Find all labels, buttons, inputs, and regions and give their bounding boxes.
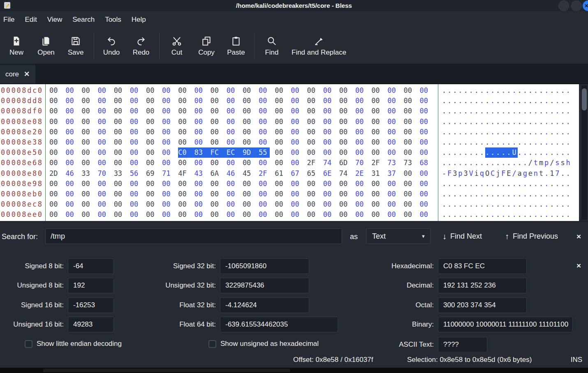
ascii-char[interactable]: . bbox=[550, 199, 555, 210]
hex-byte[interactable]: 00 bbox=[162, 96, 178, 106]
hex-byte[interactable]: 00 bbox=[130, 147, 146, 158]
ascii-char[interactable]: . bbox=[480, 147, 485, 158]
hex-byte[interactable]: 00 bbox=[97, 210, 113, 220]
ascii-char[interactable]: . bbox=[523, 147, 528, 158]
ascii-char[interactable]: . bbox=[458, 137, 463, 147]
ascii-char[interactable]: . bbox=[469, 137, 475, 147]
hex-byte[interactable]: 00 bbox=[162, 179, 178, 189]
hex-byte[interactable]: 00 bbox=[162, 117, 178, 127]
ascii-char[interactable]: . bbox=[480, 189, 485, 199]
ascii-char[interactable]: . bbox=[523, 210, 528, 220]
ascii-char[interactable]: e bbox=[528, 168, 534, 179]
ascii-cells[interactable]: ........................ bbox=[442, 210, 572, 220]
ascii-char[interactable]: p bbox=[544, 158, 550, 168]
hex-byte[interactable]: 00 bbox=[227, 210, 243, 220]
toolbar-button-paste[interactable]: Paste bbox=[223, 34, 249, 58]
hex-byte[interactable]: 00 bbox=[339, 137, 355, 147]
hex-byte[interactable]: 00 bbox=[194, 127, 210, 137]
ascii-char[interactable]: . bbox=[475, 117, 480, 127]
ascii-char[interactable]: . bbox=[560, 137, 566, 147]
hex-byte[interactable]: 00 bbox=[162, 137, 178, 147]
hex-byte[interactable]: 00 bbox=[259, 117, 275, 127]
ascii-char[interactable]: . bbox=[453, 147, 458, 158]
ascii-char[interactable]: . bbox=[442, 199, 447, 210]
hex-byte[interactable]: 43 bbox=[194, 168, 210, 179]
hex-byte[interactable]: 00 bbox=[130, 96, 146, 106]
hex-byte[interactable]: EC bbox=[227, 147, 243, 158]
hex-byte[interactable]: 00 bbox=[243, 117, 259, 127]
hex-byte[interactable]: 00 bbox=[275, 179, 291, 189]
ascii-char[interactable]: . bbox=[539, 179, 544, 189]
toolbar-button-redo[interactable]: Redo bbox=[128, 34, 154, 58]
hex-byte[interactable]: 00 bbox=[162, 189, 178, 199]
hex-byte[interactable]: 00 bbox=[81, 147, 97, 158]
ascii-char[interactable]: . bbox=[463, 158, 469, 168]
hex-byte[interactable]: 00 bbox=[65, 179, 81, 189]
ascii-char[interactable]: . bbox=[458, 106, 463, 116]
hex-byte-cells[interactable]: 0000000000000000000000000000000000000000… bbox=[49, 85, 436, 96]
hex-byte[interactable]: 00 bbox=[275, 147, 291, 158]
hex-byte[interactable]: 00 bbox=[275, 127, 291, 137]
hex-byte[interactable]: 00 bbox=[227, 106, 243, 116]
ascii-char[interactable]: . bbox=[469, 189, 475, 199]
ascii-char[interactable]: . bbox=[463, 179, 469, 189]
ascii-char[interactable]: . bbox=[442, 210, 447, 220]
ascii-char[interactable]: . bbox=[539, 96, 544, 106]
ascii-char[interactable]: . bbox=[458, 199, 463, 210]
ascii-char[interactable]: . bbox=[560, 96, 566, 106]
hex-byte[interactable]: 00 bbox=[275, 85, 291, 96]
hex-byte[interactable]: 00 bbox=[194, 96, 210, 106]
hex-byte[interactable]: 00 bbox=[146, 127, 162, 137]
ascii-char[interactable]: . bbox=[544, 85, 550, 96]
hex-byte[interactable]: 00 bbox=[97, 189, 113, 199]
hex-byte[interactable]: 00 bbox=[49, 117, 65, 127]
ascii-char[interactable]: . bbox=[442, 158, 447, 168]
ascii-char[interactable]: . bbox=[469, 199, 475, 210]
ascii-char[interactable]: . bbox=[523, 179, 528, 189]
hex-byte[interactable]: 00 bbox=[81, 106, 97, 116]
ascii-char[interactable]: s bbox=[555, 158, 560, 168]
ascii-char[interactable]: . bbox=[507, 199, 512, 210]
hex-byte[interactable]: 00 bbox=[291, 85, 307, 96]
hex-byte[interactable]: 9D bbox=[243, 147, 259, 158]
hex-byte[interactable]: 00 bbox=[403, 147, 419, 158]
ascii-char[interactable]: . bbox=[523, 137, 528, 147]
ascii-char[interactable]: . bbox=[475, 147, 480, 158]
hex-byte[interactable]: 00 bbox=[403, 179, 419, 189]
hex-byte[interactable]: 00 bbox=[259, 210, 275, 220]
maximize-button[interactable] bbox=[571, 0, 582, 11]
ascii-char[interactable]: . bbox=[463, 117, 469, 127]
hex-byte[interactable]: 00 bbox=[178, 199, 194, 210]
ascii-char[interactable]: . bbox=[518, 189, 523, 199]
hex-byte-cells[interactable]: 0000000000000000000000000000000000000000… bbox=[49, 127, 436, 137]
ascii-char[interactable]: . bbox=[518, 85, 523, 96]
hex-byte[interactable]: 00 bbox=[178, 137, 194, 147]
hex-byte[interactable]: 37 bbox=[387, 168, 403, 179]
ascii-char[interactable]: . bbox=[550, 96, 555, 106]
hex-byte[interactable]: 00 bbox=[81, 158, 97, 168]
ascii-char[interactable]: . bbox=[442, 96, 447, 106]
hex-byte[interactable]: 00 bbox=[275, 189, 291, 199]
ascii-char[interactable]: . bbox=[550, 127, 555, 137]
ascii-char[interactable]: . bbox=[458, 147, 463, 158]
ascii-char[interactable]: . bbox=[550, 189, 555, 199]
hex-byte[interactable]: 00 bbox=[130, 106, 146, 116]
hex-byte[interactable]: 00 bbox=[114, 179, 130, 189]
hex-byte[interactable]: 00 bbox=[49, 147, 65, 158]
ascii-char[interactable]: h bbox=[566, 158, 572, 168]
hex-byte[interactable]: 00 bbox=[323, 189, 339, 199]
unsigned-hex-checkbox[interactable] bbox=[208, 340, 216, 348]
hex-byte[interactable]: 74 bbox=[323, 158, 339, 168]
ascii-char[interactable]: . bbox=[528, 117, 534, 127]
hex-byte[interactable]: 00 bbox=[259, 137, 275, 147]
ascii-cells[interactable]: ........................ bbox=[442, 199, 572, 210]
hex-byte[interactable]: 00 bbox=[194, 106, 210, 116]
ascii-char[interactable]: . bbox=[555, 179, 560, 189]
hex-byte[interactable]: 00 bbox=[49, 158, 65, 168]
ascii-char[interactable]: . bbox=[453, 117, 458, 127]
ascii-char[interactable]: E bbox=[507, 168, 512, 179]
menu-item-search[interactable]: Search bbox=[72, 14, 100, 25]
conversion-field-float-32-bit[interactable]: -4.124624 bbox=[220, 297, 309, 313]
ascii-char[interactable]: . bbox=[480, 179, 485, 189]
hex-byte[interactable]: 00 bbox=[211, 127, 227, 137]
